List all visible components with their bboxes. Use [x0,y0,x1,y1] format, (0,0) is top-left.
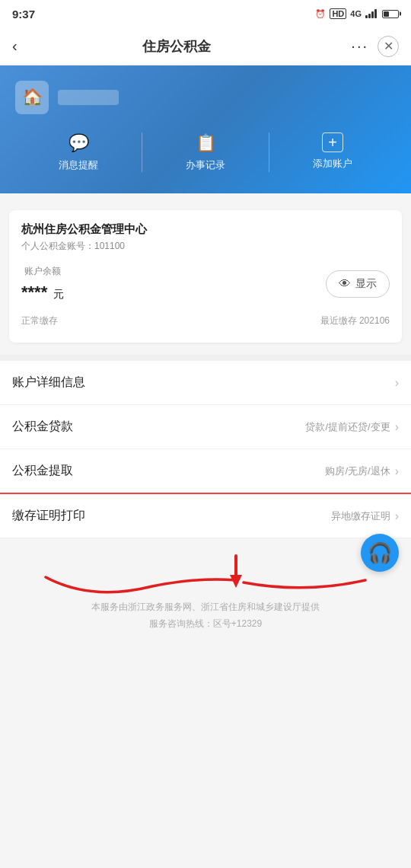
hd-badge: HD [330,8,346,19]
chevron-icon: › [395,376,399,390]
account-number: 个人公积金账号：101100 [21,240,390,253]
loan-sub-label: 贷款/提前还贷/变更 [305,420,390,434]
balance-display: **** 元 [21,282,64,302]
certificate-chevron-icon: › [395,509,399,523]
battery-icon [382,10,399,18]
close-icon: ✕ [384,39,393,53]
more-button[interactable]: ··· [351,37,368,55]
page-title: 住房公积金 [2,37,352,56]
add-account-label: 添加账户 [313,157,352,171]
certificate-sub-label: 异地缴存证明 [331,509,390,523]
account-detail-right: › [395,376,399,390]
add-account-icon: + [322,132,343,152]
show-balance-button[interactable]: 👁 显示 [326,270,390,298]
customer-service-button[interactable]: 🎧 [361,534,399,572]
footer-line2: 服务咨询热线：区号+12329 [15,616,396,633]
account-org: 杭州住房公积金管理中心 [21,222,390,237]
loan-chevron-icon: › [395,420,399,434]
headset-icon: 🎧 [368,541,392,565]
balance-masked: **** [21,282,47,302]
account-detail-item[interactable]: 账户详细信息 › [0,361,411,405]
avatar-icon: 🏠 [22,88,43,107]
add-account-action[interactable]: + 添加账户 [269,132,396,172]
certificate-label: 缴存证明打印 [12,508,85,524]
certificate-right: 异地缴存证明 › [331,509,399,523]
account-card: 杭州住房公积金管理中心 个人公积金账号：101100 账户余额 **** 元 👁… [9,210,402,343]
menu-list: 账户详细信息 › 公积金贷款 贷款/提前还贷/变更 › 公积金提取 购房/无房/… [0,361,411,538]
message-action[interactable]: 💬 消息提醒 [15,132,142,172]
withdraw-label: 公积金提取 [12,463,73,479]
avatar: 🏠 [15,81,49,114]
balance-row: 账户余额 **** 元 👁 显示 [21,265,390,302]
alarm-icon: ⏰ [315,9,326,19]
account-footer: 正常缴存 最近缴存 202106 [21,314,390,327]
footer-line1: 本服务由浙江政务服务网、浙江省住房和城乡建设厅提供 [15,599,396,616]
withdraw-sub-label: 购房/无房/退休 [325,464,390,478]
history-label: 办事记录 [186,158,225,172]
withdraw-chevron-icon: › [395,464,399,478]
section-divider [0,355,411,361]
withdraw-right: 购房/无房/退休 › [325,464,399,478]
header-actions: 💬 消息提醒 📋 办事记录 + 添加账户 [15,132,396,172]
withdraw-item[interactable]: 公积金提取 购房/无房/退休 › [0,449,411,494]
loan-item[interactable]: 公积金贷款 贷款/提前还贷/变更 › [0,405,411,449]
deposit-status: 正常缴存 [21,314,58,327]
history-icon: 📋 [193,132,218,154]
balance-section: 账户余额 **** 元 [21,265,64,302]
loan-label: 公积金贷款 [12,419,73,435]
message-label: 消息提醒 [59,158,98,172]
status-time: 9:37 [12,8,35,21]
user-name-box [58,90,119,105]
status-icons: ⏰ HD 4G [315,8,399,19]
last-deposit: 最近缴存 202106 [320,314,390,327]
loan-right: 贷款/提前还贷/变更 › [305,420,399,434]
user-row: 🏠 [15,81,396,114]
blue-header: 🏠 💬 消息提醒 📋 办事记录 + 添加账户 [0,65,411,193]
network-badge: 4G [350,9,362,18]
nav-actions: ··· ✕ [351,36,399,57]
footer: 本服务由浙江政务服务网、浙江省住房和城乡建设厅提供 服务咨询热线：区号+1232… [0,584,411,655]
message-icon: 💬 [66,132,91,154]
nav-bar: ‹ 住房公积金 ··· ✕ [0,27,411,65]
bottom-spacer: 🎧 [0,538,411,584]
show-label: 显示 [355,277,377,291]
balance-unit: 元 [53,288,64,300]
close-button[interactable]: ✕ [378,36,399,57]
eye-icon: 👁 [339,277,351,291]
signal-icon [365,9,377,18]
certificate-item[interactable]: 缴存证明打印 异地缴存证明 › [0,494,411,538]
balance-label: 账户余额 [21,265,64,278]
status-bar: 9:37 ⏰ HD 4G [0,0,411,27]
account-detail-label: 账户详细信息 [12,375,85,391]
history-action[interactable]: 📋 办事记录 [142,132,269,172]
